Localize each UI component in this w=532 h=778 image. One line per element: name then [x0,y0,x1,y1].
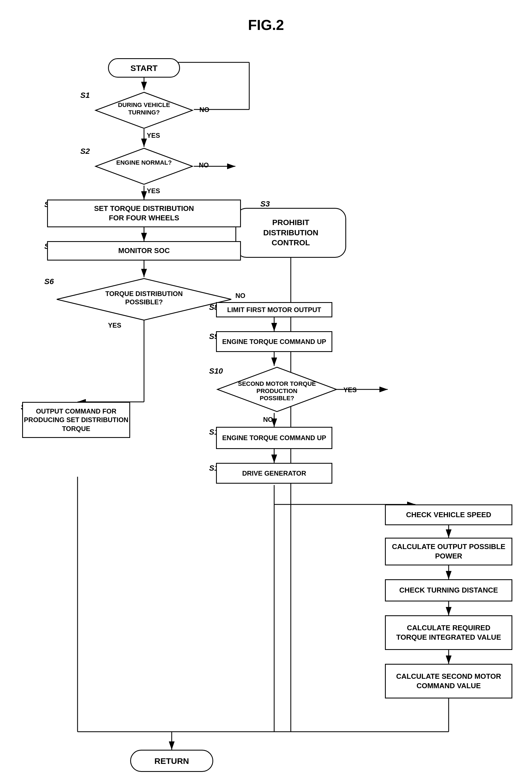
svg-text:SECOND MOTOR TORQUE: SECOND MOTOR TORQUE [238,380,316,387]
return-shape: RETURN [130,750,213,772]
s1-label: S1 [80,91,90,100]
s3-box: PROHIBIT DISTRIBUTION CONTROL [236,208,346,258]
s15-box: CHECK TURNING DISTANCE [385,579,512,602]
s2-label: S2 [80,147,90,156]
s12-box: DRIVE GENERATOR [216,463,332,484]
s1-no-label: NO [199,106,209,113]
s2-diamond-wrapper: ENGINE NORMAL? [94,147,194,186]
svg-text:DURING VEHICLE: DURING VEHICLE [118,101,170,108]
s6-no-label: NO [236,292,245,300]
s7-box: OUTPUT COMMAND FOR PRODUCING SET DISTRIB… [22,402,130,438]
s2-no-label: NO [199,161,209,169]
start-shape: START [108,58,180,78]
svg-marker-34 [96,148,192,184]
svg-text:PRODUCTION: PRODUCTION [256,387,297,394]
s1-diamond-wrapper: DURING VEHICLE TURNING? [94,91,194,130]
s14-box: CALCULATE OUTPUT POSSIBLE POWER [385,538,512,565]
s6-yes-label: YES [108,321,121,329]
s17-box: CALCULATE SECOND MOTOR COMMAND VALUE [385,664,512,698]
svg-text:POSSIBLE?: POSSIBLE? [260,395,294,402]
s10-diamond-wrapper: SECOND MOTOR TORQUE PRODUCTION POSSIBLE? [216,366,338,413]
svg-text:POSSIBLE?: POSSIBLE? [125,298,163,306]
s9-box: ENGINE TORQUE COMMAND UP [216,331,332,352]
s4-box: SET TORQUE DISTRIBUTION FOR FOUR WHEELS [47,200,241,227]
s10-no-label: NO [263,416,273,423]
s3-label: S3 [260,200,270,209]
s10-yes-label: YES [343,386,357,394]
page-title: FIG.2 [0,0,532,44]
s8-box: LIMIT FIRST MOTOR OUTPUT [216,302,332,317]
svg-text:TURNING?: TURNING? [128,109,160,116]
s1-yes-label: YES [147,132,160,139]
s13-box: CHECK VEHICLE SPEED [385,504,512,525]
s2-yes-label: YES [147,187,160,195]
svg-text:TORQUE DISTRIBUTION: TORQUE DISTRIBUTION [105,290,183,297]
s6-label: S6 [44,277,54,286]
s5-box: MONITOR SOC [47,241,241,260]
s11-box: ENGINE TORQUE COMMAND UP [216,427,332,449]
svg-text:ENGINE NORMAL?: ENGINE NORMAL? [116,159,172,166]
s6-diamond-wrapper: TORQUE DISTRIBUTION POSSIBLE? [56,277,233,321]
s16-box: CALCULATE REQUIRED TORQUE INTEGRATED VAL… [385,615,512,650]
